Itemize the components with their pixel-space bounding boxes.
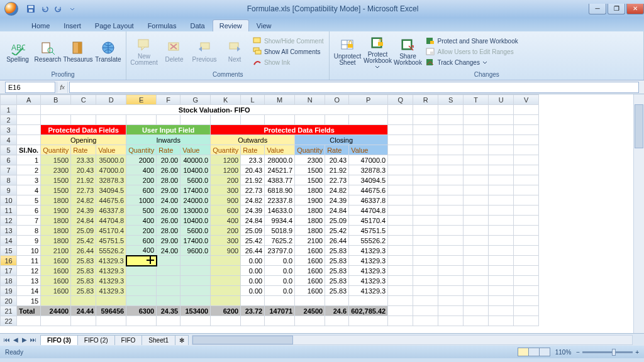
research-button[interactable]: Research bbox=[34, 33, 62, 70]
column-header[interactable]: T bbox=[464, 95, 489, 105]
sheet-tab[interactable]: FIFO (2) bbox=[77, 335, 115, 345]
zoom-in-button[interactable]: + bbox=[635, 349, 639, 356]
normal-view-button[interactable] bbox=[518, 348, 529, 356]
cell[interactable]: 400 bbox=[126, 246, 157, 256]
row-header[interactable]: 1 bbox=[1, 105, 17, 115]
new-comment-button[interactable]: New Comment bbox=[130, 33, 158, 70]
protect-workbook-button[interactable]: Protect Workbook bbox=[364, 33, 391, 70]
column-header[interactable]: N bbox=[295, 95, 325, 105]
sheet-nav-prev-icon[interactable]: ◀ bbox=[11, 336, 20, 344]
column-header[interactable]: P bbox=[349, 95, 388, 105]
row-header[interactable]: 13 bbox=[1, 226, 17, 236]
zoom-slider[interactable] bbox=[582, 351, 633, 353]
redo-icon[interactable] bbox=[53, 3, 64, 14]
protect-share-workbook-button[interactable]: Protect and Share Workbook bbox=[424, 36, 519, 46]
column-header[interactable]: M bbox=[265, 95, 295, 105]
name-box[interactable] bbox=[5, 82, 55, 93]
show-all-comments-button[interactable]: Show All Comments bbox=[251, 47, 325, 57]
row-header[interactable]: 9 bbox=[1, 185, 17, 195]
cell[interactable]: 400 bbox=[126, 165, 157, 175]
thesaurus-button[interactable]: Thesaurus bbox=[64, 33, 92, 70]
office-button[interactable] bbox=[0, 0, 23, 18]
page-break-view-button[interactable] bbox=[539, 348, 550, 356]
cell[interactable]: 500 bbox=[126, 206, 157, 216]
column-header[interactable]: G bbox=[180, 95, 211, 105]
column-header[interactable]: V bbox=[514, 95, 539, 105]
row-header[interactable]: 7 bbox=[1, 165, 17, 175]
cell[interactable] bbox=[126, 296, 157, 306]
row-header[interactable]: 11 bbox=[1, 206, 17, 216]
tab-review[interactable]: Review bbox=[213, 19, 249, 31]
show-hide-comment-button[interactable]: Show/Hide Comment bbox=[251, 36, 325, 46]
save-icon[interactable] bbox=[25, 3, 36, 14]
cell[interactable] bbox=[126, 266, 157, 276]
horizontal-scrollbar[interactable] bbox=[192, 335, 633, 345]
row-header[interactable]: 17 bbox=[1, 266, 17, 276]
row-header[interactable]: 8 bbox=[1, 175, 17, 185]
tab-home[interactable]: Home bbox=[25, 20, 56, 31]
cell[interactable]: 600 bbox=[126, 185, 157, 195]
column-header[interactable]: Q bbox=[388, 95, 413, 105]
column-header[interactable]: A bbox=[17, 95, 41, 105]
cell[interactable]: 600 bbox=[126, 236, 157, 246]
previous-comment-button[interactable]: Previous bbox=[191, 33, 218, 70]
row-header[interactable]: 12 bbox=[1, 216, 17, 226]
unprotect-sheet-button[interactable]: Unprotect Sheet bbox=[333, 33, 361, 70]
delete-comment-button[interactable]: Delete bbox=[160, 33, 188, 70]
cell[interactable]: 200 bbox=[126, 226, 157, 236]
qat-dropdown-icon[interactable] bbox=[67, 3, 78, 14]
column-header[interactable]: R bbox=[413, 95, 438, 105]
sheet-tab[interactable]: FIFO bbox=[114, 335, 143, 345]
next-comment-button[interactable]: Next bbox=[221, 33, 248, 70]
track-changes-button[interactable]: Track Changes bbox=[424, 57, 519, 67]
formula-bar[interactable] bbox=[69, 82, 639, 93]
sheet-nav-last-icon[interactable]: ⏭ bbox=[29, 336, 38, 344]
cell[interactable] bbox=[126, 286, 157, 296]
zoom-out-button[interactable]: − bbox=[576, 349, 580, 356]
row-header[interactable]: 20 bbox=[1, 296, 17, 306]
translate-button[interactable]: Translate bbox=[94, 33, 122, 70]
fx-icon[interactable]: fx bbox=[57, 82, 68, 93]
column-header[interactable]: E bbox=[126, 95, 157, 105]
share-workbook-button[interactable]: Share Workbook bbox=[394, 33, 421, 70]
tab-data[interactable]: Data bbox=[184, 20, 211, 31]
tab-page-layout[interactable]: Page Layout bbox=[89, 20, 140, 31]
column-header[interactable]: K bbox=[211, 95, 241, 105]
row-header[interactable]: 14 bbox=[1, 236, 17, 246]
sheet-tab[interactable]: Sheet1 bbox=[142, 335, 175, 345]
column-header[interactable]: C bbox=[71, 95, 96, 105]
minimize-button[interactable]: ─ bbox=[589, 4, 606, 14]
column-header[interactable]: S bbox=[438, 95, 464, 105]
row-header[interactable]: 19 bbox=[1, 286, 17, 296]
cell[interactable]: 2000 bbox=[126, 155, 157, 165]
show-ink-button[interactable]: Show Ink bbox=[251, 57, 325, 67]
column-header[interactable]: L bbox=[241, 95, 265, 105]
spelling-button[interactable]: ABCSpelling bbox=[4, 33, 31, 70]
allow-edit-ranges-button[interactable]: Allow Users to Edit Ranges bbox=[424, 47, 519, 57]
tab-formulas[interactable]: Formulas bbox=[142, 20, 183, 31]
close-button[interactable]: ✕ bbox=[626, 4, 644, 14]
column-header[interactable]: O bbox=[325, 95, 349, 105]
column-header[interactable]: F bbox=[157, 95, 180, 105]
cell[interactable]: 400 bbox=[126, 216, 157, 226]
cell[interactable]: 1000 bbox=[126, 195, 157, 206]
tab-insert[interactable]: Insert bbox=[57, 20, 87, 31]
page-layout-view-button[interactable] bbox=[528, 348, 540, 356]
column-header[interactable]: D bbox=[96, 95, 126, 105]
spreadsheet-grid[interactable]: ABCDEFGKLMNOPQRSTUV1Stock Valuation- FIF… bbox=[0, 94, 644, 333]
sheet-nav-next-icon[interactable]: ▶ bbox=[20, 336, 29, 344]
vertical-scrollbar[interactable] bbox=[633, 94, 644, 333]
column-header[interactable]: U bbox=[489, 95, 514, 105]
row-header[interactable]: 10 bbox=[1, 195, 17, 206]
row-header[interactable]: 18 bbox=[1, 276, 17, 286]
undo-icon[interactable] bbox=[39, 3, 50, 14]
column-header[interactable]: B bbox=[41, 95, 71, 105]
maximize-button[interactable]: ❐ bbox=[608, 4, 625, 14]
row-header[interactable]: 16 bbox=[1, 256, 17, 266]
active-cell[interactable] bbox=[126, 256, 157, 266]
tab-view[interactable]: View bbox=[250, 20, 278, 31]
new-sheet-icon[interactable]: ✻ bbox=[175, 335, 189, 345]
cell[interactable] bbox=[126, 276, 157, 286]
sheet-tab[interactable]: FIFO (3) bbox=[40, 335, 78, 345]
cell[interactable]: 200 bbox=[126, 175, 157, 185]
